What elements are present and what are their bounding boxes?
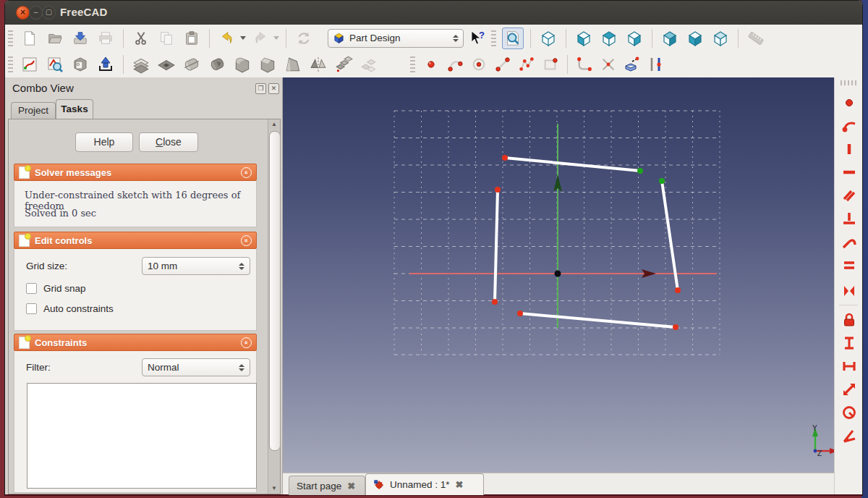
- auto-constraints-checkbox[interactable]: [26, 303, 37, 314]
- undo-button[interactable]: [216, 28, 238, 49]
- sketch-canvas[interactable]: Y X Z: [283, 77, 834, 473]
- new-document-button[interactable]: [19, 28, 41, 49]
- x-axis[interactable]: [409, 269, 717, 278]
- new-sketch-button[interactable]: [19, 54, 41, 75]
- bottom-view-button[interactable]: [684, 28, 706, 49]
- external-geometry-button[interactable]: [622, 54, 642, 75]
- constrain-equal-button[interactable]: [840, 256, 859, 274]
- create-line-button[interactable]: [493, 54, 513, 75]
- scroll-up-arrow[interactable]: ▲: [268, 119, 280, 130]
- trim-edge-button[interactable]: [598, 54, 618, 75]
- edit-sketch-button[interactable]: [44, 54, 66, 75]
- tab-tasks[interactable]: Tasks: [56, 99, 93, 119]
- y-axis[interactable]: [553, 124, 562, 328]
- workbench-selector[interactable]: Part Design: [328, 29, 464, 48]
- grid-size-combobox[interactable]: 10 mm: [142, 257, 250, 275]
- sketch-lines[interactable]: [495, 158, 678, 327]
- 3d-viewport[interactable]: Y X Z: [283, 77, 834, 473]
- copy-button[interactable]: [156, 28, 177, 49]
- origin-point[interactable]: [555, 271, 561, 277]
- tab-unnamed-document[interactable]: Unnamed : 1* ✖: [365, 473, 484, 495]
- toolbar-handle[interactable]: [410, 56, 415, 72]
- workbench-spinner[interactable]: [453, 35, 459, 42]
- scroll-down-arrow[interactable]: ▼: [268, 484, 280, 494]
- save-document-button[interactable]: [69, 28, 91, 49]
- sketch-line-left[interactable]: [495, 190, 498, 302]
- top-view-button[interactable]: [598, 28, 620, 49]
- grid-snap-row[interactable]: Grid snap: [26, 283, 86, 294]
- create-polyline-button[interactable]: [516, 54, 537, 75]
- constrain-distance-button[interactable]: [840, 380, 859, 399]
- constrain-perpendicular-button[interactable]: [840, 209, 859, 228]
- constraints-header[interactable]: Constraints »: [14, 334, 257, 351]
- undo-dropdown-caret[interactable]: [240, 36, 246, 40]
- create-circle-button[interactable]: [469, 54, 489, 75]
- window-close-button[interactable]: ×: [16, 6, 30, 20]
- right-view-button[interactable]: [624, 28, 645, 49]
- pocket-button[interactable]: [156, 54, 177, 75]
- tab-project[interactable]: Project: [11, 102, 56, 119]
- constrain-tangent-button[interactable]: [840, 232, 859, 251]
- fillet-button[interactable]: [231, 54, 253, 75]
- collapse-icon[interactable]: »: [241, 167, 252, 178]
- collapse-icon[interactable]: »: [241, 337, 252, 348]
- auto-constraints-row[interactable]: Auto constraints: [26, 303, 114, 314]
- tasks-scrollbar[interactable]: ▲ ▼: [268, 119, 280, 494]
- filter-spinner[interactable]: [239, 364, 244, 371]
- rear-view-button[interactable]: [659, 28, 681, 49]
- leave-sketch-button[interactable]: [95, 54, 116, 75]
- paste-button[interactable]: [181, 28, 203, 49]
- groove-button[interactable]: [206, 54, 228, 75]
- create-rectangle-button[interactable]: [540, 54, 561, 75]
- measure-distance-button[interactable]: [745, 28, 767, 49]
- toolbar-handle[interactable]: [8, 30, 13, 46]
- constraint-list[interactable]: [27, 383, 257, 489]
- grid-size-spinner[interactable]: [239, 263, 244, 270]
- construction-mode-button[interactable]: [646, 54, 666, 75]
- panel-close-button[interactable]: ✕: [268, 83, 279, 94]
- constrain-parallel-button[interactable]: [840, 186, 859, 205]
- tab-close-icon[interactable]: ✖: [347, 481, 355, 491]
- constrain-vertical-button[interactable]: [840, 140, 859, 159]
- open-document-button[interactable]: [44, 28, 66, 49]
- constrain-horizontal-distance-button[interactable]: [840, 357, 859, 376]
- chamfer-button[interactable]: [257, 54, 278, 75]
- tab-close-icon[interactable]: ✖: [456, 479, 464, 490]
- revolution-button[interactable]: [181, 54, 203, 75]
- sketch-line-bottom[interactable]: [520, 313, 676, 327]
- solver-messages-header[interactable]: Solver messages »: [14, 164, 257, 181]
- toolbar-handle[interactable]: [8, 56, 13, 72]
- scrollbar-thumb[interactable]: [269, 131, 281, 451]
- whats-this-button[interactable]: ?: [467, 28, 488, 48]
- linear-pattern-button[interactable]: [333, 54, 354, 75]
- constrain-symmetric-button[interactable]: [840, 282, 859, 300]
- cut-button[interactable]: [130, 28, 152, 49]
- constrain-radius-button[interactable]: [840, 403, 859, 422]
- toolbar-handle[interactable]: [491, 30, 496, 46]
- window-maximize-button[interactable]: ▢: [42, 6, 56, 20]
- help-button[interactable]: Help: [75, 132, 133, 152]
- window-minimize-button[interactable]: –: [29, 6, 43, 20]
- sketch-points[interactable]: [492, 155, 681, 330]
- close-button[interactable]: Close: [139, 132, 198, 152]
- redo-button[interactable]: [250, 28, 271, 49]
- collapse-icon[interactable]: »: [241, 235, 252, 246]
- filter-combobox[interactable]: Normal: [142, 358, 250, 376]
- sketch-fillet-button[interactable]: [574, 54, 595, 75]
- front-view-button[interactable]: [573, 28, 595, 49]
- sketch-line-top[interactable]: [505, 158, 640, 171]
- axonometric-view-button[interactable]: [537, 28, 559, 49]
- map-sketch-button[interactable]: [69, 54, 91, 75]
- create-point-button[interactable]: [421, 54, 441, 75]
- draft-button[interactable]: [282, 54, 304, 75]
- redo-dropdown-caret[interactable]: [273, 36, 279, 40]
- pad-button[interactable]: [130, 54, 152, 75]
- toolbar-handle[interactable]: [841, 80, 856, 85]
- print-button[interactable]: [95, 28, 116, 49]
- multitransform-button[interactable]: [358, 54, 380, 75]
- constrain-internal-angle-button[interactable]: [840, 426, 859, 445]
- mirrored-button[interactable]: [307, 54, 329, 75]
- grid-snap-checkbox[interactable]: [26, 283, 37, 294]
- panel-float-button[interactable]: ❐: [255, 83, 266, 94]
- refresh-button[interactable]: [293, 28, 315, 49]
